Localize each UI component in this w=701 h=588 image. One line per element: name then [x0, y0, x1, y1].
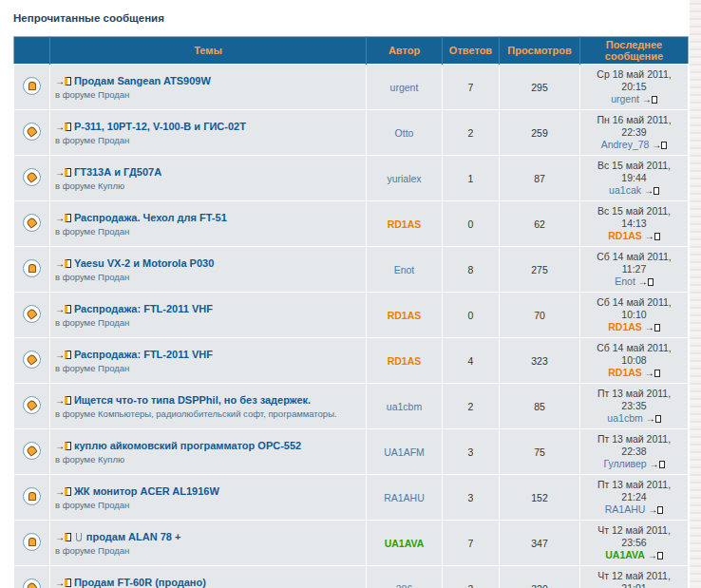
forum-link[interactable]: Продан [98, 317, 129, 328]
goto-latest-post-icon[interactable]: → [648, 503, 663, 516]
column-header-author: Автор [367, 37, 443, 65]
author-link[interactable]: ua1cbm [387, 401, 422, 412]
author-link[interactable]: Enot [394, 264, 415, 275]
author-link[interactable]: Otto [395, 127, 414, 139]
goto-latest-post-icon[interactable]: → [648, 549, 663, 561]
topic-title-link[interactable]: Распродажа: FTL-2011 VHF [74, 303, 213, 314]
forum-link[interactable]: Куплю [98, 180, 124, 191]
goto-latest-post-icon[interactable]: → [55, 484, 71, 499]
goto-latest-post-icon[interactable]: → [644, 184, 659, 197]
unread-topic-icon [23, 305, 41, 323]
views-cell: 347 [500, 521, 580, 566]
goto-latest-post-icon[interactable]: → [650, 458, 665, 470]
lastpost-author-link[interactable]: ua1cak [609, 184, 641, 196]
author-link[interactable]: RD1AS [388, 355, 422, 367]
lastpost-cell: Сб 14 май 2011, 10:08 RD1AS → [580, 338, 689, 384]
replies-cell: 1 [443, 156, 500, 201]
lastpost-cell: Чт 12 май 2011, 23:56 UA1AVA → [580, 521, 689, 566]
author-link[interactable]: 386 [396, 583, 413, 588]
goto-latest-post-icon[interactable]: → [652, 139, 667, 151]
lastpost-date: Ср 18 май 2011, 20:15 [585, 68, 683, 93]
topic-title-link[interactable]: Продам Sangean ATS909W [74, 75, 211, 86]
goto-latest-post-icon[interactable]: → [55, 256, 71, 271]
replies-cell: 3 [443, 566, 500, 588]
lastpost-author-link[interactable]: UA1AVA [605, 549, 645, 560]
forum-link[interactable]: Продан [98, 135, 129, 145]
forum-link[interactable]: Продан [98, 89, 129, 100]
author-cell: urgent [367, 65, 443, 110]
lastpost-author-link[interactable]: Andrey_78 [601, 139, 650, 150]
goto-latest-post-icon[interactable]: → [55, 439, 71, 453]
author-link[interactable]: RA1AHU [384, 492, 425, 503]
author-link[interactable]: UA1AVA [385, 538, 425, 549]
topic-title-link[interactable]: Распродажа. Чехол для FT-51 [74, 212, 227, 223]
goto-latest-post-icon[interactable]: → [55, 348, 71, 362]
lastpost-date: Пт 13 май 2011, 21:24 [585, 479, 683, 503]
topic-title-link[interactable]: ГТ313А и ГД507А [74, 166, 161, 178]
author-cell: RD1AS [367, 338, 443, 384]
lastpost-author-link[interactable]: RA1AHU [605, 503, 646, 515]
goto-latest-post-icon[interactable]: → [646, 412, 661, 425]
goto-latest-post-icon[interactable]: → [55, 211, 71, 225]
topic-status-cell [14, 475, 50, 521]
topic-cell: → Продам FT-60R (продано) в форуме Прода… [50, 566, 367, 588]
lastpost-cell: Вс 15 май 2011, 14:13 RD1AS → [580, 201, 689, 247]
author-link[interactable]: urgent [390, 82, 419, 93]
goto-latest-post-icon[interactable]: → [55, 576, 71, 588]
goto-latest-post-icon[interactable]: → [55, 530, 71, 544]
table-row: → Р-311, 10РТ-12, V-100-В и ГИС-02Т в фо… [14, 110, 689, 156]
bell-icon [26, 581, 38, 588]
goto-latest-post-icon[interactable]: → [55, 165, 71, 180]
lastpost-date: Чт 12 май 2011, 23:56 [585, 524, 683, 549]
goto-latest-post-icon[interactable]: → [55, 393, 71, 408]
topic-title-link[interactable]: продам ALAN 78 + [86, 531, 181, 542]
forum-link[interactable]: Продан [98, 545, 129, 556]
forum-link[interactable]: Продан [98, 500, 129, 510]
unread-topic-icon [23, 442, 41, 460]
topic-title-link[interactable]: Ищется что-то типа DSPPhil, но без задер… [74, 394, 311, 406]
topic-title-link[interactable]: Продам FT-60R (продано) [74, 577, 206, 588]
lastpost-author-link[interactable]: RD1AS [608, 321, 642, 332]
lastpost-cell: Пн 16 май 2011, 22:39 Andrey_78 → [580, 110, 689, 156]
forum-link[interactable]: Продан [98, 363, 129, 373]
topic-title-link[interactable]: куплю айкомовский программатор OPC-552 [74, 440, 301, 451]
topic-forum-line: в форуме Продан [55, 499, 361, 511]
goto-latest-post-icon[interactable]: → [645, 230, 660, 242]
topic-title-link[interactable]: Р-311, 10РТ-12, V-100-В и ГИС-02Т [74, 121, 246, 132]
goto-latest-post-icon[interactable]: → [645, 321, 660, 333]
lastpost-author-link[interactable]: Enot [615, 275, 635, 287]
forum-link[interactable]: Продан [98, 226, 129, 237]
bell-icon [26, 353, 38, 366]
lastpost-author-link[interactable]: RD1AS [608, 230, 642, 241]
in-forum-label: в форуме [55, 272, 95, 282]
goto-latest-post-icon[interactable]: → [642, 93, 657, 105]
bell-icon [26, 445, 38, 457]
goto-latest-post-icon[interactable]: → [55, 74, 71, 88]
author-cell: ua1cbm [367, 384, 443, 429]
author-link[interactable]: RD1AS [388, 218, 422, 230]
views-cell: 320 [500, 566, 580, 588]
topic-title-link[interactable]: ЖК монитор ACER AL1916W [74, 485, 219, 497]
lastpost-author-link[interactable]: Гулливер [603, 458, 646, 469]
lastpost-cell: Вс 15 май 2011, 19:44 ua1cak → [580, 156, 689, 201]
forum-link[interactable]: Компьютеры, радиолюбительский софт, прог… [98, 408, 337, 419]
goto-latest-post-icon[interactable]: → [638, 275, 654, 288]
views-cell: 295 [500, 65, 580, 110]
author-link[interactable]: RD1AS [388, 310, 422, 321]
topic-status-cell [14, 247, 50, 293]
topic-title-link[interactable]: Yaesu VX-2 и Motorola P030 [74, 257, 214, 269]
goto-latest-post-icon[interactable]: → [55, 120, 71, 134]
topic-status-cell [14, 110, 50, 156]
author-link[interactable]: UA1AFM [384, 446, 425, 458]
forum-link[interactable]: Продан [98, 272, 129, 282]
forum-link[interactable]: Куплю [98, 454, 124, 465]
lastpost-author-link[interactable]: RD1AS [608, 367, 642, 378]
goto-latest-post-icon[interactable]: → [645, 367, 660, 379]
topic-status-cell [14, 201, 50, 247]
goto-latest-post-icon[interactable]: → [55, 302, 71, 316]
lastpost-author-link[interactable]: ua1cbm [607, 412, 642, 424]
topic-title-link[interactable]: Распродажа: FTL-2011 VHF [74, 349, 213, 360]
page-background-texture [690, 0, 701, 588]
lastpost-author-link[interactable]: urgent [611, 93, 639, 104]
author-link[interactable]: yurialex [387, 173, 421, 184]
